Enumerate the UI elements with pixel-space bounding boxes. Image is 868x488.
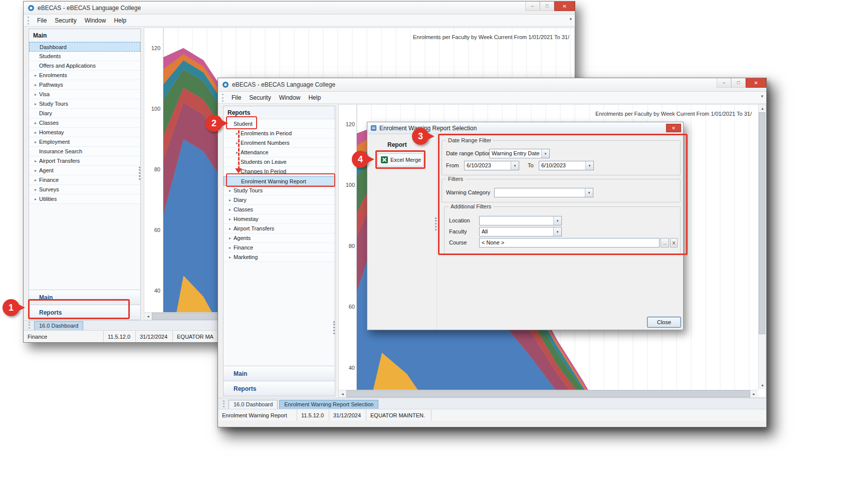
menubar-overflow-icon[interactable]: ▾ bbox=[761, 94, 763, 99]
menu-item-window[interactable]: Window bbox=[81, 16, 110, 26]
menu-item-help[interactable]: Help bbox=[304, 93, 325, 103]
close-button[interactable]: ✕ bbox=[554, 2, 575, 11]
sidebar-item-offers-and-applications[interactable]: Offers and Applications bbox=[29, 61, 140, 71]
tree-item-attendance[interactable]: ▸Attendance bbox=[224, 148, 335, 157]
menubar-grip[interactable] bbox=[28, 17, 29, 25]
expand-arrow-icon[interactable]: ▸ bbox=[35, 130, 37, 135]
tab-grip[interactable] bbox=[29, 322, 30, 329]
sidebar-item-study-tours[interactable]: ▸Study Tours bbox=[29, 99, 140, 109]
menu-item-window[interactable]: Window bbox=[275, 93, 305, 103]
expand-arrow-icon[interactable]: ▸ bbox=[35, 159, 37, 163]
tree-item-agents[interactable]: ▸Agents bbox=[224, 233, 335, 243]
sidebar-item-students[interactable]: Students bbox=[29, 52, 140, 61]
menu-item-security[interactable]: Security bbox=[51, 16, 80, 26]
sidebar-item-agent[interactable]: ▸Agent bbox=[29, 166, 140, 175]
sidebar-item-employment[interactable]: ▸Employment bbox=[29, 137, 140, 147]
expand-arrow-icon[interactable]: ▸ bbox=[35, 178, 37, 182]
scrollbar-thumb[interactable] bbox=[759, 112, 765, 334]
tree-item-homestay[interactable]: ▸Homestay bbox=[224, 214, 335, 224]
sidebar-item-insurance-search[interactable]: Insurance Search bbox=[29, 147, 140, 156]
scroll-down-icon[interactable]: ▼ bbox=[759, 382, 766, 389]
minimize-button[interactable]: – bbox=[717, 78, 731, 88]
tree-item-enrolments-in-period[interactable]: ▸Enrolments in Period bbox=[224, 129, 335, 138]
sidebar-item-visa[interactable]: ▸Visa bbox=[29, 90, 140, 99]
menu-item-security[interactable]: Security bbox=[245, 93, 275, 103]
close-dialog-button[interactable]: Close bbox=[647, 317, 681, 328]
expand-arrow-icon[interactable]: ▸ bbox=[35, 102, 37, 106]
tree-item-classes[interactable]: ▸Classes bbox=[224, 205, 335, 214]
horizontal-scrollbar[interactable]: ◄ ► bbox=[339, 390, 758, 397]
expand-arrow-icon[interactable]: ▸ bbox=[229, 217, 231, 221]
faculty-select[interactable]: All ▾ bbox=[479, 227, 562, 236]
date-range-option-select[interactable]: Warning Entry Date ▾ bbox=[489, 149, 550, 158]
dropdown-arrow-icon[interactable]: ▾ bbox=[553, 227, 561, 236]
tree-item-student[interactable]: Student bbox=[224, 119, 335, 129]
nav-main-button[interactable]: Main bbox=[29, 290, 140, 305]
tree-item-marketing[interactable]: ▸Marketing bbox=[224, 253, 335, 262]
sidebar-item-homestay[interactable]: ▸Homestay bbox=[29, 128, 140, 137]
from-date-picker[interactable]: 6/10/2023 ▾ bbox=[464, 161, 519, 170]
sidebar-item-dashboard[interactable]: Dashboard bbox=[29, 42, 140, 52]
expand-arrow-icon[interactable]: ▸ bbox=[229, 226, 231, 231]
close-button[interactable]: ✕ bbox=[746, 78, 766, 88]
course-field[interactable]: < None > bbox=[479, 238, 660, 248]
expand-arrow-icon[interactable]: ▸ bbox=[35, 168, 37, 173]
scrollbar-thumb[interactable] bbox=[346, 390, 750, 397]
titlebar[interactable]: eBECAS - eBECAS Language College – □ ✕ bbox=[24, 2, 575, 15]
location-select[interactable]: ▾ bbox=[479, 216, 562, 225]
dialog-splitter[interactable] bbox=[435, 217, 437, 230]
menu-item-help[interactable]: Help bbox=[110, 16, 130, 26]
nav-main-button[interactable]: Main bbox=[224, 366, 335, 381]
expand-arrow-icon[interactable]: ▸ bbox=[35, 187, 37, 192]
expand-arrow-icon[interactable]: ▸ bbox=[35, 121, 37, 125]
sidebar-item-finance[interactable]: ▸Finance bbox=[29, 175, 140, 185]
vertical-scrollbar[interactable]: ▲ ▼ bbox=[758, 105, 766, 389]
sidebar-item-surveys[interactable]: ▸Surveys bbox=[29, 185, 140, 194]
tab-dashboard[interactable]: 16.0 Dashboard bbox=[229, 400, 278, 409]
tab-enrolment-warning-report-selection[interactable]: Enrolment Warning Report Selection bbox=[279, 400, 378, 409]
tree-item-enrolment-numbers[interactable]: ▸Enrolment Numbers bbox=[224, 138, 335, 148]
titlebar[interactable]: eBECAS - eBECAS Language College – □ ✕ bbox=[218, 78, 766, 92]
expand-arrow-icon[interactable]: ▸ bbox=[229, 198, 231, 202]
tree-item-enrolment-warning-report[interactable]: Enrolment Warning Report bbox=[224, 176, 335, 186]
dropdown-arrow-icon[interactable]: ▾ bbox=[585, 188, 593, 197]
menu-item-file[interactable]: File bbox=[228, 93, 245, 103]
scroll-right-icon[interactable]: ► bbox=[750, 390, 758, 398]
expand-arrow-icon[interactable]: ▸ bbox=[229, 207, 231, 212]
scroll-left-icon[interactable]: ◄ bbox=[144, 313, 152, 320]
expand-arrow-icon[interactable]: ▸ bbox=[229, 188, 231, 193]
dialog-close-icon[interactable]: ✕ bbox=[666, 124, 681, 132]
sidebar-item-classes[interactable]: ▸Classes bbox=[29, 118, 140, 128]
sidebar-item-enrolments[interactable]: ▸Enrolments bbox=[29, 71, 140, 80]
expand-arrow-icon[interactable]: ▸ bbox=[35, 92, 37, 97]
maximize-button[interactable]: □ bbox=[731, 78, 746, 88]
warning-category-select[interactable]: ▾ bbox=[494, 188, 593, 197]
dropdown-arrow-icon[interactable]: ▾ bbox=[585, 161, 593, 170]
panel-splitter[interactable] bbox=[333, 321, 335, 334]
dropdown-arrow-icon[interactable]: ▾ bbox=[553, 216, 561, 225]
course-browse-button[interactable]: ... bbox=[661, 238, 669, 248]
expand-arrow-icon[interactable]: ▸ bbox=[35, 140, 37, 144]
course-clear-button[interactable]: X bbox=[670, 238, 678, 248]
menubar-overflow-icon[interactable]: ▾ bbox=[569, 17, 572, 22]
expand-arrow-icon[interactable]: ▸ bbox=[35, 197, 37, 201]
dropdown-arrow-icon[interactable]: ▾ bbox=[541, 149, 549, 158]
tree-item-diary[interactable]: ▸Diary bbox=[224, 195, 335, 205]
tree-item-study-tours[interactable]: ▸Study Tours bbox=[224, 186, 335, 195]
tree-item-airport-transfers[interactable]: ▸Airport Transfers bbox=[224, 224, 335, 233]
menubar-grip[interactable] bbox=[222, 94, 224, 102]
nav-reports-button[interactable]: Reports bbox=[29, 305, 140, 320]
tab-grip[interactable] bbox=[223, 400, 225, 407]
minimize-button[interactable]: – bbox=[525, 2, 540, 11]
excel-merge-button[interactable]: Excel Merge bbox=[377, 153, 423, 166]
expand-arrow-icon[interactable]: ▸ bbox=[35, 73, 37, 78]
expand-arrow-icon[interactable]: ▸ bbox=[229, 246, 231, 250]
scroll-left-icon[interactable]: ◄ bbox=[339, 390, 346, 398]
sidebar-item-utilities[interactable]: ▸Utilities bbox=[29, 194, 140, 204]
tree-item-students-on-leave[interactable]: Students on Leave bbox=[224, 157, 335, 167]
expand-arrow-icon[interactable]: ▸ bbox=[229, 236, 231, 240]
panel-splitter[interactable] bbox=[139, 167, 140, 180]
to-date-picker[interactable]: 6/10/2023 ▾ bbox=[539, 161, 594, 170]
tree-item-finance[interactable]: ▸Finance bbox=[224, 243, 335, 253]
maximize-button[interactable]: □ bbox=[540, 2, 554, 11]
